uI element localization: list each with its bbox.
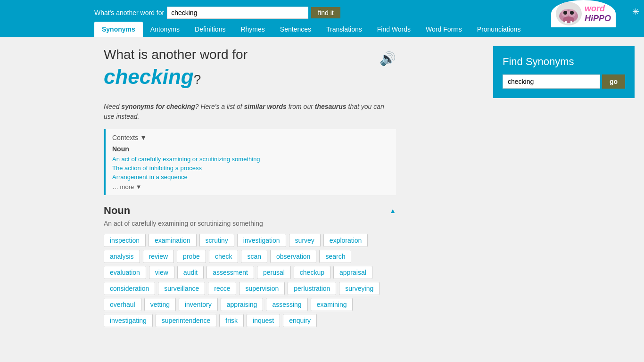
word-tag[interactable]: scan [241,250,267,263]
tab-antonyms[interactable]: Antonyms [143,22,187,37]
tab-synonyms[interactable]: Synonyms [94,22,143,37]
logo-hippo: HiPPO [585,14,611,23]
context-item-1[interactable]: An act of carefully examining or scrutin… [112,156,389,163]
page-title-block: What is another word for checking? [104,46,248,94]
tab-definitions[interactable]: Definitions [187,22,233,37]
word-tag[interactable]: perusal [257,266,291,279]
word-tag[interactable]: consideration [104,282,155,295]
word-tag[interactable]: analysis [104,250,140,263]
desc-bold3: thesaurus [315,103,347,110]
contexts-title[interactable]: Contexts ▼ [112,134,389,141]
more-link[interactable]: … more ▼ [112,183,389,190]
word-tag[interactable]: inquest [247,314,280,327]
context-item-3[interactable]: Arrangement in a sequence [112,173,389,181]
noun-description: An act of carefully examining or scrutin… [104,220,396,227]
word-tag[interactable]: enquiry [283,314,317,327]
word-tag[interactable]: assessing [266,298,307,311]
noun-section: Noun ▲ An act of carefully examining or … [104,205,396,327]
word-tag[interactable]: vetting [144,298,176,311]
synonym-search-input[interactable] [503,74,600,89]
tab-translations[interactable]: Translations [319,22,370,37]
svg-rect-6 [565,21,567,24]
search-input[interactable] [167,7,308,19]
word-tag[interactable]: probe [177,250,206,263]
word-tag[interactable]: appraising [221,298,264,311]
sidebar: Find Synonyms go [493,46,635,98]
tab-sentences[interactable]: Sentences [272,22,319,37]
word-tag[interactable]: check [209,250,239,263]
word-tag[interactable]: inventory [179,298,218,311]
tab-rhymes[interactable]: Rhymes [233,22,272,37]
word-tag[interactable]: surveillance [158,282,205,295]
desc-bold2: similar words [244,103,287,110]
noun-title: Noun [104,205,130,217]
tab-pronunciations[interactable]: Pronunciations [470,22,528,37]
contexts-noun-label: Noun [112,145,389,153]
logo-area: word HiPPO [551,0,616,27]
word-tag[interactable]: search [319,250,351,263]
hippo-icon [557,3,580,25]
star-icon: ✳ [632,7,639,17]
collapse-icon[interactable]: ▲ [389,207,396,214]
word-tag[interactable]: review [143,250,174,263]
svg-rect-7 [570,21,572,24]
desc-mid1: ? Here's a list of [195,103,242,110]
tab-word-forms[interactable]: Word Forms [418,22,470,37]
search-label: What's another word for [94,9,164,16]
title-suffix: ? [194,72,201,87]
word-tag[interactable]: assessment [206,266,254,279]
word-tag[interactable]: exploration [323,234,368,247]
page-description: Need synonyms for checking? Here's a lis… [104,102,396,122]
context-item-2[interactable]: The action of inhibiting a process [112,165,389,172]
desc-bold1: synonyms for checking [121,103,195,110]
word-tag[interactable]: examination [149,234,197,247]
word-tag[interactable]: overhaul [104,298,141,311]
find-it-button[interactable]: find it [311,7,340,18]
word-tag[interactable]: audit [177,266,204,279]
contexts-box: Contexts ▼ Noun An act of carefully exam… [104,129,396,195]
logo-word: word [585,4,605,13]
word-tag[interactable]: surveying [339,282,380,295]
word-tag[interactable]: frisk [219,314,244,327]
svg-point-3 [563,11,567,15]
find-synonyms-box: Find Synonyms go [493,46,635,98]
word-tag[interactable]: appraisal [333,266,372,279]
word-tag[interactable]: supervision [239,282,285,295]
svg-point-4 [570,11,574,15]
word-tags-container: inspectionexaminationscrutinyinvestigati… [104,234,396,327]
go-button[interactable]: go [602,74,625,89]
title-prefix: What is another word for [104,47,248,62]
word-tag[interactable]: examining [311,298,353,311]
word-tag[interactable]: perlustration [288,282,336,295]
desc-mid2: from our [289,103,313,110]
word-tag[interactable]: investigating [104,314,153,327]
speaker-icon[interactable]: 🔊 [380,51,396,66]
word-tag[interactable]: scrutiny [199,234,234,247]
word-tag[interactable]: superintendence [156,314,217,327]
tab-find-words[interactable]: Find Words [370,22,418,37]
word-tag[interactable]: view [149,266,174,279]
find-synonyms-title: Find Synonyms [503,56,625,68]
word-tag[interactable]: evaluation [104,266,146,279]
word-tag[interactable]: survey [289,234,321,247]
word-tag[interactable]: investigation [237,234,286,247]
word-tag[interactable]: inspection [104,234,146,247]
word-tag[interactable]: observation [270,250,316,263]
svg-point-5 [563,16,574,23]
word-tag[interactable]: recce [208,282,236,295]
title-word: checking [104,65,194,88]
word-tag[interactable]: checkup [294,266,330,279]
